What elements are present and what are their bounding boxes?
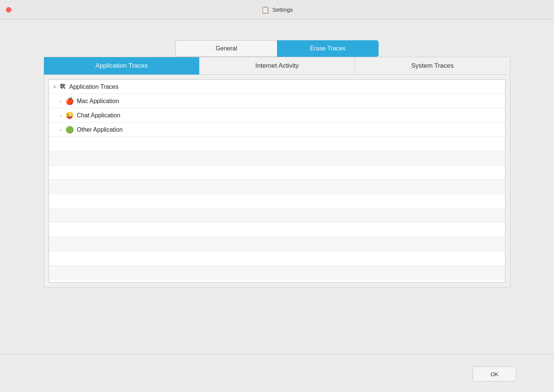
close-button[interactable]: [6, 7, 11, 12]
traffic-lights: [6, 7, 11, 12]
chevron-right-icon: ›: [58, 113, 63, 118]
bottom-divider: [0, 354, 554, 354]
empty-row: [49, 266, 505, 280]
window-title: 📋 Settings: [261, 6, 293, 14]
tab-system-traces[interactable]: System Traces: [355, 57, 510, 74]
tree-row-other-application[interactable]: › 🟢 Other Application: [49, 123, 505, 137]
root-label: Application Traces: [69, 84, 119, 90]
chat-application-label: Chat Application: [77, 112, 120, 119]
tab-general[interactable]: General: [175, 40, 277, 57]
main-panel: Application Traces Internet Activity Sys…: [44, 57, 510, 287]
empty-row: [49, 151, 505, 166]
empty-row: [49, 194, 505, 208]
empty-row: [49, 137, 505, 151]
empty-row: [49, 223, 505, 237]
secondary-tabs: Application Traces Internet Activity Sys…: [44, 57, 510, 75]
tab-internet-activity[interactable]: Internet Activity: [199, 57, 355, 74]
empty-row: [49, 251, 505, 266]
chevron-right-icon: ›: [58, 99, 63, 103]
empty-row: [49, 208, 505, 223]
other-application-label: Other Application: [77, 126, 123, 133]
other-icon: 🟢: [65, 126, 74, 134]
empty-row: [49, 237, 505, 251]
chat-icon: 😜: [65, 111, 74, 120]
tree-row-mac-application[interactable]: › 🍎 Mac Application: [49, 94, 505, 108]
chevron-right-icon: ›: [58, 128, 63, 132]
title-bar: 📋 Settings: [0, 0, 554, 20]
tree-row-chat-application[interactable]: › 😜 Chat Application: [49, 108, 505, 123]
mac-icon: 🍎: [65, 97, 74, 105]
top-tabs: General Erase Traces: [175, 40, 379, 57]
app-traces-icon: 🛠: [59, 83, 66, 91]
tab-application-traces[interactable]: Application Traces: [44, 57, 199, 74]
empty-row: [49, 180, 505, 194]
tab-erase-traces[interactable]: Erase Traces: [277, 40, 379, 57]
tree-area: ∨ 🛠 Application Traces › 🍎 Mac Applicati…: [49, 79, 505, 283]
ok-area: OK: [473, 366, 516, 381]
tree-row-root[interactable]: ∨ 🛠 Application Traces: [49, 80, 505, 94]
window-title-text: Settings: [272, 6, 293, 13]
empty-row: [49, 166, 505, 180]
chevron-down-icon: ∨: [52, 84, 57, 89]
settings-icon: 📋: [261, 6, 269, 14]
ok-button[interactable]: OK: [473, 366, 516, 381]
mac-application-label: Mac Application: [77, 98, 119, 105]
main-content: General Erase Traces Application Traces …: [0, 20, 554, 287]
